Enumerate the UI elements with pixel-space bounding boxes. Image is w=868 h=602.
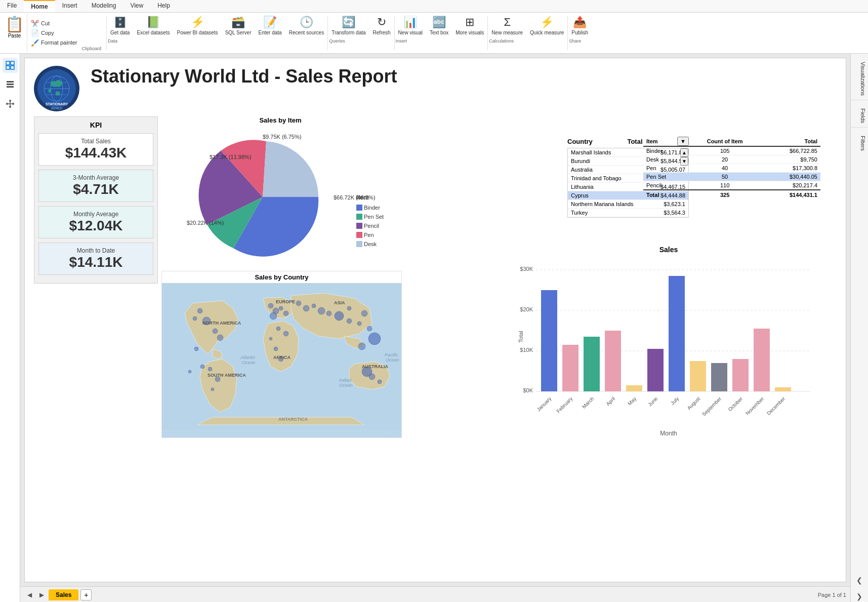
svg-text:Binder: Binder xyxy=(364,205,380,211)
bar-april xyxy=(605,331,621,391)
svg-text:$20.22K (14%): $20.22K (14%) xyxy=(187,220,224,226)
app-container: STATIONARY WORLD Stationary World Ltd - … xyxy=(0,54,868,602)
logo: STATIONARY WORLD xyxy=(34,66,79,111)
filters-panel-tab[interactable]: Filters xyxy=(851,132,868,155)
left-sidebar xyxy=(0,54,20,602)
recent-sources-button[interactable]: 🕒 Recent sources xyxy=(286,14,326,37)
svg-text:Item: Item xyxy=(356,194,369,201)
svg-text:January: January xyxy=(535,396,552,413)
svg-point-7 xyxy=(6,103,8,105)
total-col-header: Total xyxy=(761,137,820,146)
canvas: STATIONARY WORLD Stationary World Ltd - … xyxy=(24,58,846,582)
panel-collapse-button[interactable]: ❮ xyxy=(856,576,862,584)
sql-server-button[interactable]: 🗃️ SQL Server xyxy=(223,14,254,37)
svg-point-73 xyxy=(188,370,191,373)
svg-rect-1 xyxy=(11,61,14,65)
svg-text:Total: Total xyxy=(518,331,524,342)
bar-february xyxy=(562,345,578,391)
new-measure-button[interactable]: Σ New measure xyxy=(489,14,525,37)
svg-point-53 xyxy=(269,337,272,340)
svg-text:Pen: Pen xyxy=(364,232,374,238)
svg-point-62 xyxy=(347,318,352,324)
svg-point-75 xyxy=(193,316,197,320)
page-tab-sales[interactable]: Sales xyxy=(49,589,78,600)
refresh-button[interactable]: ↻ Refresh xyxy=(370,14,393,37)
svg-rect-30 xyxy=(356,214,362,220)
tab-prev-arrow[interactable]: ◀ xyxy=(24,590,34,600)
svg-text:June: June xyxy=(647,395,658,407)
bar-march xyxy=(584,337,600,391)
right-panel: Visualizations Fields Filters ❮ ❯ xyxy=(850,54,868,602)
format-painter-button[interactable]: 🖌️ Format painter xyxy=(29,38,79,47)
power-bi-datasets-button[interactable]: ⚡ Power BI datasets xyxy=(174,14,220,37)
paste-button[interactable]: 📋 Paste xyxy=(2,14,27,52)
excel-datasets-button[interactable]: 📗 Excel datasets xyxy=(134,14,172,37)
tab-next-arrow[interactable]: ▶ xyxy=(36,590,47,600)
svg-text:$20K: $20K xyxy=(520,306,533,312)
country-table-title: Country xyxy=(567,138,593,145)
queries-group-label: Queries xyxy=(329,37,345,44)
svg-text:Month: Month xyxy=(660,430,677,437)
tab-modeling[interactable]: Modeling xyxy=(85,0,123,12)
svg-point-41 xyxy=(217,335,223,341)
cut-button[interactable]: ✂️ Cut xyxy=(29,19,79,28)
quick-measure-button[interactable]: ⚡ Quick measure xyxy=(527,14,566,37)
svg-text:July: July xyxy=(670,396,680,406)
new-visual-button[interactable]: 📊 New visual xyxy=(396,14,425,37)
tab-insert[interactable]: Insert xyxy=(55,0,85,12)
item-total-count: 325 xyxy=(688,190,761,199)
kpi-panel: KPI Total Sales $144.43K 3-Month Average… xyxy=(34,116,158,284)
pie-chart-title: Sales by Item xyxy=(161,116,399,124)
kpi-mtd: Month to Date $14.11K xyxy=(38,243,153,275)
svg-point-8 xyxy=(9,100,11,102)
transform-data-button[interactable]: 🔄 Transform data xyxy=(329,14,368,37)
svg-rect-36 xyxy=(356,241,362,247)
svg-point-45 xyxy=(200,365,204,369)
sidebar-icon-model[interactable] xyxy=(3,96,18,111)
svg-point-56 xyxy=(296,301,301,306)
visualizations-panel-tab[interactable]: Visualizations xyxy=(851,58,868,100)
svg-point-74 xyxy=(197,308,202,313)
kpi-monthly-avg: Monthly Average $12.04K xyxy=(38,206,153,238)
svg-text:Pen Set: Pen Set xyxy=(364,214,384,220)
svg-point-46 xyxy=(268,303,273,308)
more-visuals-button[interactable]: ⊞ More visuals xyxy=(453,14,486,37)
svg-text:August: August xyxy=(686,395,701,411)
divider-1 xyxy=(106,16,107,50)
bar-may xyxy=(626,385,642,391)
sidebar-icon-report[interactable] xyxy=(3,58,18,73)
publish-button[interactable]: 📤 Publish xyxy=(569,14,591,37)
tab-view[interactable]: View xyxy=(123,0,150,12)
svg-rect-6 xyxy=(7,86,14,88)
svg-point-40 xyxy=(213,329,218,334)
tab-home[interactable]: Home xyxy=(24,0,55,12)
enter-data-button[interactable]: 📝 Enter data xyxy=(256,14,284,37)
fields-panel-tab[interactable]: Fields xyxy=(851,104,868,128)
tab-help[interactable]: Help xyxy=(150,0,177,12)
tab-file[interactable]: File xyxy=(0,0,24,12)
clipboard-group-label: Clipboard xyxy=(82,46,102,52)
text-box-button[interactable]: 🔤 Text box xyxy=(427,14,451,37)
ribbon-content: 📋 Paste ✂️ Cut 📄 Copy 🖌️ Format painter … xyxy=(0,13,868,53)
copy-button[interactable]: 📄 Copy xyxy=(29,29,79,37)
page-info: Page 1 of 1 xyxy=(818,592,846,598)
svg-text:$30K: $30K xyxy=(520,266,533,272)
svg-text:Ocean: Ocean xyxy=(386,357,399,363)
svg-point-68 xyxy=(358,343,365,350)
divider-3 xyxy=(394,16,395,50)
bar-september xyxy=(711,363,727,391)
svg-text:STATIONARY: STATIONARY xyxy=(45,102,68,106)
item-total-value: $144,431.1 xyxy=(761,190,820,199)
get-data-button[interactable]: 🗄️ Get data xyxy=(108,14,132,37)
add-tab-button[interactable]: + xyxy=(80,589,92,600)
calculations-group-label: Calculations xyxy=(489,37,514,44)
map-title: Sales by Country xyxy=(162,271,401,283)
sidebar-icon-data[interactable] xyxy=(3,77,18,92)
svg-point-48 xyxy=(279,306,283,310)
bar-august xyxy=(690,361,706,391)
panel-expand-button[interactable]: ❯ xyxy=(856,592,862,600)
svg-point-71 xyxy=(378,380,382,384)
bottom-bar: ◀ ▶ Sales + Page 1 of 1 xyxy=(20,586,850,602)
svg-point-58 xyxy=(312,304,316,308)
svg-text:September: September xyxy=(701,395,723,417)
